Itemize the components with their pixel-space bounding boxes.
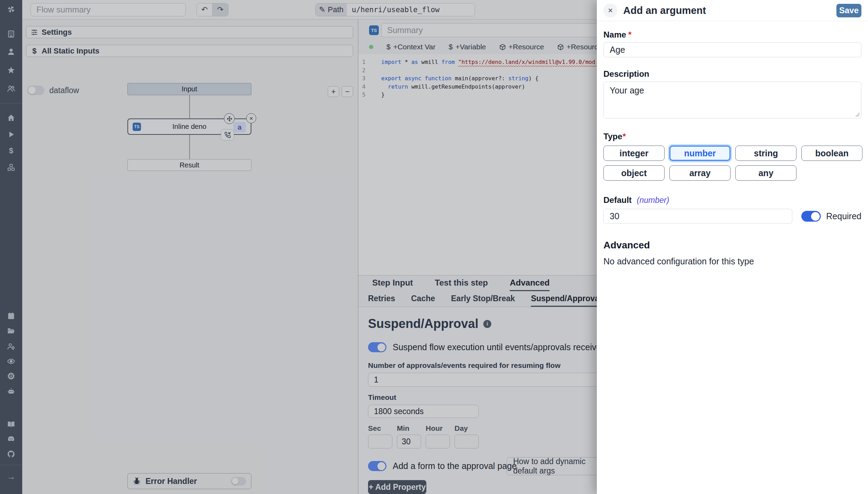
add-resource-button[interactable]: +Resource [499, 43, 544, 51]
dataflow-label: dataflow [49, 86, 79, 95]
add-property-button[interactable]: + Add Property [368, 480, 426, 494]
close-icon[interactable]: × [603, 3, 617, 17]
path-group: ✎ Path [315, 3, 475, 16]
schedules-calendar-icon[interactable] [7, 312, 15, 320]
subtab-early-stop[interactable]: Early Stop/Break [451, 291, 515, 307]
app-sidebar: $ ⚙ → [0, 0, 22, 494]
name-input[interactable] [603, 42, 861, 57]
line-number: 1 [362, 58, 375, 66]
favorites-star-icon[interactable] [7, 66, 15, 74]
save-button[interactable]: Save [836, 4, 861, 17]
advanced-heading: Advanced [603, 240, 861, 251]
type-option-object[interactable]: object [603, 165, 665, 181]
typescript-badge: TS [369, 25, 379, 35]
timeout-input[interactable] [368, 405, 479, 418]
runs-icon[interactable] [7, 130, 15, 139]
flow-node-result[interactable]: Result [127, 159, 251, 171]
flow-node-input[interactable]: Input [127, 83, 251, 95]
bug-icon [133, 477, 141, 485]
sidebar-divider [0, 103, 22, 104]
default-value-input[interactable] [603, 209, 792, 224]
add-argument-drawer: × Add an argument Save Name* Description… [597, 0, 868, 494]
expand-arrow-icon[interactable]: → [7, 472, 15, 481]
type-option-boolean[interactable]: boolean [801, 146, 862, 161]
error-handler-box[interactable]: Error Handler [127, 473, 251, 489]
delete-node-icon[interactable]: × [246, 113, 256, 123]
flow-node-inline-deno[interactable]: TS Inline deno a × [127, 118, 251, 135]
approval-form-toggle[interactable] [368, 461, 386, 471]
suspend-toggle-label: Suspend flow execution until events/appr… [393, 342, 606, 352]
pencil-icon: ✎ [319, 5, 325, 14]
min-label: Min [397, 424, 421, 433]
line-number: 4 [362, 83, 375, 91]
subtab-retries[interactable]: Retries [368, 291, 395, 307]
default-type-note: (number) [637, 196, 669, 205]
dataflow-toggle[interactable] [27, 85, 44, 95]
path-chip[interactable]: ✎ Path [316, 3, 347, 16]
all-static-inputs-label: All Static Inputs [42, 47, 99, 56]
dollar-icon: $ [449, 43, 453, 51]
all-static-inputs-button[interactable]: $ All Static Inputs [26, 45, 353, 57]
redo-button[interactable]: ↷ [212, 3, 228, 16]
path-input[interactable] [347, 3, 475, 16]
user-icon[interactable] [7, 48, 15, 56]
add-context-var-button[interactable]: $ +Context Var [386, 43, 435, 51]
hour-input[interactable] [426, 435, 450, 448]
workers-icon[interactable] [7, 342, 15, 351]
suspend-phone-icon [221, 129, 234, 140]
folders-icon[interactable] [7, 327, 15, 335]
default-label-text: Default [603, 195, 632, 205]
ai-bot-icon[interactable] [7, 387, 15, 395]
move-node-icon[interactable] [224, 113, 235, 124]
required-toggle[interactable] [801, 211, 821, 222]
flow-summary-input[interactable] [31, 3, 186, 16]
type-option-array[interactable]: array [669, 165, 731, 181]
variables-icon[interactable]: $ [7, 147, 15, 155]
audit-eye-icon[interactable] [7, 357, 15, 365]
flow-settings-button[interactable]: Settings [26, 26, 353, 38]
type-options-grid: integernumberstringbooleanobjectarrayany [603, 146, 861, 181]
settings-gear-icon[interactable]: ⚙ [7, 372, 15, 380]
day-input[interactable] [454, 435, 479, 448]
min-input[interactable] [397, 435, 421, 448]
drawer-header: × Add an argument Save [597, 0, 868, 21]
code-text: export async function main(approver?: st… [381, 74, 539, 83]
tab-step-input[interactable]: Step Input [372, 275, 413, 291]
subtab-cache[interactable]: Cache [411, 291, 435, 307]
zoom-in-button[interactable]: + [328, 86, 339, 97]
cube-icon [499, 44, 506, 50]
add-variable-button[interactable]: $ +Variable [449, 43, 486, 51]
error-handler-label: Error Handler [145, 477, 226, 486]
type-label-text: Type [603, 132, 622, 141]
zoom-out-button[interactable]: − [342, 86, 353, 97]
sec-input[interactable] [368, 435, 392, 448]
zoom-controls: + − [328, 86, 353, 97]
windmill-logo-icon[interactable] [6, 5, 16, 14]
description-textarea[interactable]: Your age [603, 82, 861, 118]
resources-icon[interactable] [7, 163, 15, 172]
line-number: 2 [362, 66, 375, 75]
undo-button[interactable]: ↶ [197, 3, 212, 16]
tab-advanced[interactable]: Advanced [510, 275, 550, 291]
workspace-icon[interactable] [7, 30, 15, 38]
type-option-number[interactable]: number [669, 146, 731, 161]
info-icon[interactable]: i [483, 320, 491, 328]
default-label: Default (number) [603, 195, 861, 205]
groups-icon[interactable] [7, 84, 15, 93]
suspend-toggle[interactable] [368, 342, 386, 352]
error-handler-toggle[interactable] [231, 477, 246, 486]
type-option-any[interactable]: any [735, 165, 796, 181]
subtab-suspend-approval[interactable]: Suspend/Approval [531, 291, 601, 307]
discord-icon[interactable] [7, 435, 15, 443]
resize-grip-icon[interactable] [855, 112, 860, 117]
default-row: Required [603, 209, 861, 224]
home-icon[interactable] [7, 114, 15, 122]
type-option-integer[interactable]: integer [603, 146, 665, 161]
github-icon[interactable] [7, 450, 15, 458]
type-label: Type* [603, 132, 861, 141]
docs-book-icon[interactable] [7, 420, 15, 428]
type-option-string[interactable]: string [735, 146, 796, 161]
timeout-unit-min: Min [397, 424, 421, 448]
required-asterisk: * [628, 30, 631, 39]
tab-test-this-step[interactable]: Test this step [435, 275, 488, 291]
